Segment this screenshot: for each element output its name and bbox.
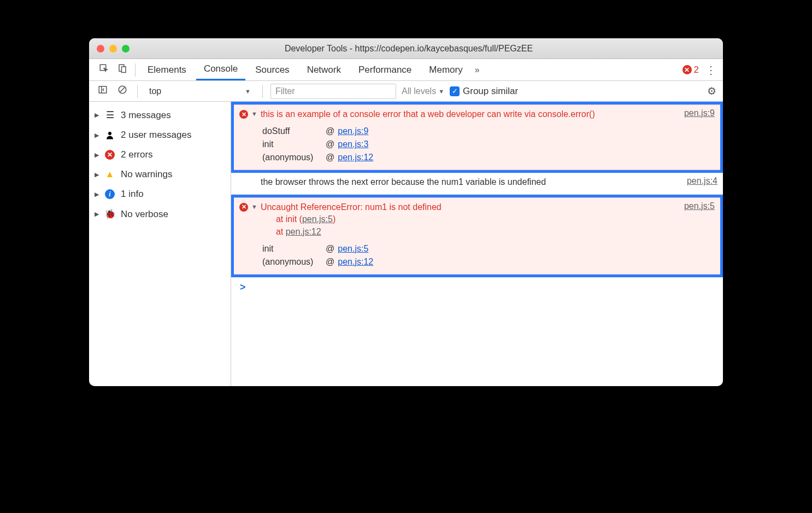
console-sidebar: ▶☰3 messages ▶2 user messages ▶✕2 errors…: [89, 102, 231, 386]
source-link[interactable]: pen.js:12: [286, 227, 321, 236]
info-icon: i: [104, 189, 115, 199]
source-link[interactable]: pen.js:5: [302, 214, 333, 224]
console-log-1[interactable]: the browser throws the next error becaus…: [231, 173, 723, 194]
error-message-text: Uncaught ReferenceError: num1 is not def…: [261, 201, 674, 213]
log-level-label: All levels: [402, 86, 436, 96]
console-toolbar: top ▼ All levels ▼ ✓ Group similar ⚙: [89, 81, 723, 102]
trace-row: (anonymous)@pen.js:12: [262, 255, 715, 269]
trace-row: doStuff@pen.js:9: [262, 125, 715, 138]
list-icon: ☰: [104, 109, 115, 121]
settings-gear-icon[interactable]: ⚙: [707, 85, 716, 97]
device-toggle-icon[interactable]: [114, 61, 131, 78]
inspect-icon[interactable]: [96, 61, 112, 78]
chevron-right-icon: ▶: [95, 112, 99, 119]
window-title: Developer Tools - https://codepen.io/kay…: [102, 44, 715, 54]
stack-line: at init (pen.js:5): [276, 213, 674, 225]
source-link[interactable]: pen.js:12: [338, 153, 373, 162]
console-output: ✕ ▼ this is an example of a console erro…: [231, 102, 723, 386]
tab-elements[interactable]: Elements: [140, 60, 194, 80]
tab-console[interactable]: Console: [196, 59, 245, 80]
clear-console-icon[interactable]: [115, 84, 130, 98]
chevron-down-icon: ▼: [245, 88, 251, 95]
stack-trace: doStuff@pen.js:9 init@pen.js:3 (anonymou…: [262, 125, 715, 164]
separator: [135, 63, 136, 77]
trace-row: init@pen.js:5: [262, 242, 715, 255]
separator: [262, 85, 263, 98]
console-error-2[interactable]: ✕ ▼ Uncaught ReferenceError: num1 is not…: [234, 197, 720, 275]
context-value: top: [149, 86, 242, 96]
chevron-right-icon: ▶: [95, 171, 99, 178]
group-similar-checkbox[interactable]: ✓ Group similar: [450, 86, 518, 97]
sidebar-row-user[interactable]: ▶2 user messages: [89, 125, 231, 145]
tab-sources[interactable]: Sources: [248, 60, 297, 80]
sidebar-row-verbose[interactable]: ▶🐞No verbose: [89, 204, 231, 224]
svg-line-6: [120, 88, 125, 92]
source-link[interactable]: pen.js:5: [338, 244, 368, 254]
chevron-down-icon: ▼: [438, 88, 444, 95]
log-level-selector[interactable]: All levels ▼: [402, 86, 444, 96]
error-icon: ✕: [239, 110, 248, 119]
warning-icon: ▲: [104, 169, 115, 180]
error-count: 2: [694, 65, 699, 75]
sidebar-row-errors[interactable]: ▶✕2 errors: [89, 145, 231, 165]
stack-trace: init@pen.js:5 (anonymous)@pen.js:12: [262, 242, 715, 269]
user-icon: [104, 130, 115, 140]
source-link[interactable]: pen.js:12: [338, 257, 373, 267]
console-error-1[interactable]: ✕ ▼ this is an example of a console erro…: [234, 104, 720, 170]
svg-point-7: [108, 132, 111, 135]
source-link[interactable]: pen.js:9: [338, 126, 368, 136]
checkbox-checked-icon: ✓: [450, 86, 460, 96]
more-tabs-icon[interactable]: »: [475, 65, 480, 75]
trace-row: init@pen.js:3: [262, 138, 715, 151]
console-prompt[interactable]: >: [231, 277, 723, 298]
tab-network[interactable]: Network: [299, 60, 349, 80]
chevron-right-icon: ▶: [95, 151, 99, 159]
context-selector[interactable]: top ▼: [145, 84, 255, 98]
log-message-text: the browser throws the next error becaus…: [261, 176, 677, 188]
source-link[interactable]: pen.js:9: [684, 108, 715, 118]
filter-input[interactable]: [270, 84, 396, 99]
error-counter[interactable]: ✕ 2: [682, 65, 699, 75]
sidebar-row-info[interactable]: ▶i1 info: [89, 184, 231, 204]
stack-line: at pen.js:12: [276, 226, 674, 238]
sidebar-toggle-icon[interactable]: [96, 84, 110, 98]
error-message-text: this is an example of a console error th…: [261, 108, 674, 120]
trace-row: (anonymous)@pen.js:12: [262, 151, 715, 164]
highlight-box: ✕ ▼ Uncaught ReferenceError: num1 is not…: [231, 195, 723, 277]
tabbar: Elements Console Sources Network Perform…: [89, 59, 723, 81]
tab-performance[interactable]: Performance: [351, 60, 419, 80]
tab-memory[interactable]: Memory: [421, 60, 470, 80]
group-similar-label: Group similar: [463, 86, 518, 97]
svg-rect-2: [122, 67, 126, 73]
chevron-right-icon: ▶: [95, 191, 99, 198]
bug-icon: 🐞: [104, 208, 115, 220]
console-body: ▶☰3 messages ▶2 user messages ▶✕2 errors…: [89, 102, 723, 386]
devtools-window: Developer Tools - https://codepen.io/kay…: [89, 38, 723, 386]
kebab-menu-icon[interactable]: ⋮: [705, 65, 716, 75]
chevron-down-icon[interactable]: ▼: [251, 203, 257, 210]
sidebar-row-messages[interactable]: ▶☰3 messages: [89, 105, 231, 125]
source-link[interactable]: pen.js:5: [684, 201, 715, 211]
separator: [137, 85, 138, 98]
sidebar-row-warnings[interactable]: ▶▲No warnings: [89, 165, 231, 184]
error-message-block: Uncaught ReferenceError: num1 is not def…: [261, 201, 674, 238]
chevron-right-icon: ▶: [95, 211, 99, 218]
chevron-right-icon: ▶: [95, 132, 99, 139]
chevron-down-icon[interactable]: ▼: [251, 110, 257, 117]
source-link[interactable]: pen.js:4: [687, 176, 717, 186]
error-icon: ✕: [239, 203, 248, 212]
error-icon: ✕: [682, 65, 692, 74]
error-icon: ✕: [104, 150, 115, 160]
source-link[interactable]: pen.js:3: [338, 139, 368, 149]
titlebar: Developer Tools - https://codepen.io/kay…: [89, 38, 723, 59]
highlight-box: ✕ ▼ this is an example of a console erro…: [231, 102, 723, 173]
